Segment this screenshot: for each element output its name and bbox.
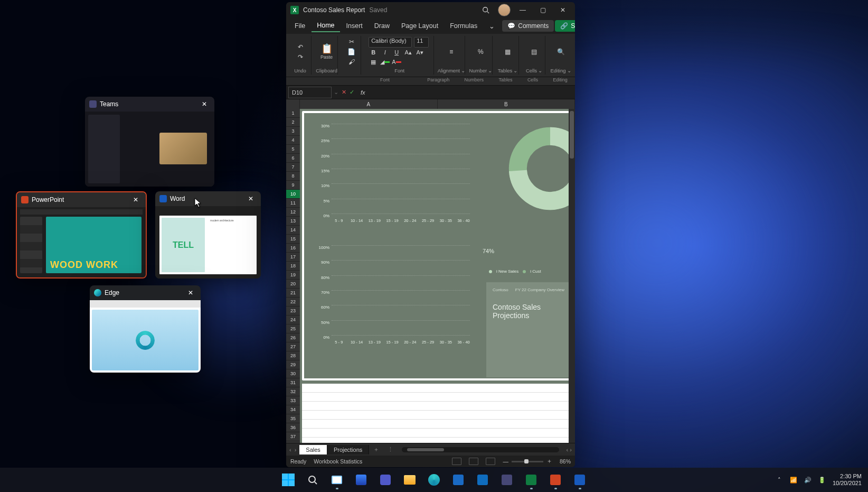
- cancel-formula-icon[interactable]: ✕: [342, 89, 346, 96]
- sheet-tab-sales[interactable]: Sales: [299, 445, 327, 454]
- name-box[interactable]: D10: [288, 87, 332, 98]
- powerpoint-button[interactable]: [545, 469, 566, 490]
- row-23[interactable]: 23: [286, 307, 300, 315]
- tab-page-layout[interactable]: Page Layout: [396, 20, 444, 32]
- outlook-button[interactable]: [472, 469, 493, 490]
- tab-draw[interactable]: Draw: [369, 20, 395, 32]
- view-pagelayout-icon[interactable]: [469, 458, 478, 465]
- view-pagebreak-icon[interactable]: [486, 458, 495, 465]
- tab-file[interactable]: File: [289, 20, 310, 32]
- tab-more-icon[interactable]: ⌄: [484, 20, 500, 32]
- user-avatar[interactable]: [498, 4, 511, 16]
- edge-button[interactable]: [423, 469, 445, 490]
- row-28[interactable]: 28: [286, 351, 300, 360]
- row-3[interactable]: 3: [286, 127, 300, 136]
- accept-formula-icon[interactable]: ✓: [350, 89, 354, 96]
- row-2[interactable]: 2: [286, 118, 300, 127]
- volume-icon[interactable]: 🔊: [804, 476, 812, 484]
- horizontal-scrollbar[interactable]: [402, 447, 559, 452]
- row-34[interactable]: 34: [286, 405, 300, 414]
- row-14[interactable]: 14: [286, 226, 300, 235]
- word-button[interactable]: [569, 469, 590, 490]
- row-31[interactable]: 31: [286, 378, 300, 387]
- row-26[interactable]: 26: [286, 333, 300, 342]
- row-33[interactable]: 33: [286, 396, 300, 405]
- undo-icon[interactable]: ↶: [296, 43, 305, 51]
- close-icon[interactable]: ✕: [245, 193, 257, 205]
- row-20[interactable]: 20: [286, 280, 300, 289]
- copy-icon[interactable]: 📄: [347, 48, 356, 56]
- font-grow-icon[interactable]: A▴: [403, 48, 413, 57]
- font-color-icon[interactable]: A: [392, 57, 401, 67]
- sheet-menu-icon[interactable]: ⋮: [383, 446, 398, 453]
- sheet-canvas[interactable]: 30%25%20%15%10%5%0%5 - 910 - 1413 - 1915…: [300, 109, 575, 443]
- font-shrink-icon[interactable]: A▾: [415, 48, 424, 57]
- close-icon[interactable]: ✕: [185, 287, 196, 299]
- taskview-thumb-edge[interactable]: Edge ✕: [90, 285, 201, 373]
- row-19[interactable]: 19: [286, 271, 300, 280]
- row-37[interactable]: 37: [286, 432, 300, 441]
- close-icon[interactable]: ✕: [130, 194, 141, 206]
- underline-button[interactable]: U: [392, 48, 401, 57]
- wifi-icon[interactable]: 📶: [790, 476, 798, 484]
- prev-sheet-icon[interactable]: ‹: [289, 447, 291, 453]
- align-icon[interactable]: ≡: [447, 48, 456, 56]
- taskview-thumb-teams[interactable]: Teams ✕: [85, 97, 214, 187]
- zoom-level[interactable]: 86%: [560, 458, 571, 465]
- taskview-thumb-word[interactable]: Word ✕ TELL modern architecture: [155, 191, 261, 279]
- row-15[interactable]: 15: [286, 235, 300, 244]
- format-painter-icon[interactable]: 🖌: [347, 58, 356, 66]
- row-27[interactable]: 27: [286, 342, 300, 351]
- row-9[interactable]: 9: [286, 181, 300, 190]
- row-13[interactable]: 13: [286, 217, 300, 226]
- row-6[interactable]: 6: [286, 154, 300, 163]
- percent-icon[interactable]: %: [476, 48, 485, 56]
- tab-formulas[interactable]: Formulas: [445, 20, 483, 32]
- row-21[interactable]: 21: [286, 289, 300, 298]
- zoom-control[interactable]: ― ＋: [503, 458, 552, 465]
- col-A[interactable]: A: [300, 99, 438, 109]
- explorer-button[interactable]: [399, 469, 420, 490]
- row-29[interactable]: 29: [286, 360, 300, 369]
- row-35[interactable]: 35: [286, 414, 300, 423]
- row-16[interactable]: 16: [286, 244, 300, 253]
- select-all-corner[interactable]: [286, 99, 300, 109]
- minimize-button[interactable]: ―: [515, 4, 531, 16]
- chat-button[interactable]: [375, 469, 396, 490]
- fx-icon[interactable]: fx: [357, 89, 369, 96]
- row-32[interactable]: 32: [286, 387, 300, 396]
- next-sheet-icon[interactable]: ›: [295, 447, 297, 453]
- close-icon[interactable]: ✕: [199, 98, 210, 110]
- view-normal-icon[interactable]: [452, 458, 461, 465]
- close-button[interactable]: ✕: [555, 4, 571, 16]
- search-button[interactable]: [302, 469, 323, 490]
- comments-button[interactable]: 💬 Comments: [502, 20, 554, 32]
- row-17[interactable]: 17: [286, 253, 300, 262]
- border-icon[interactable]: ▦: [369, 57, 378, 67]
- cut-icon[interactable]: ✂: [347, 38, 356, 46]
- row-18[interactable]: 18: [286, 262, 300, 271]
- find-icon[interactable]: 🔍: [556, 48, 565, 56]
- row-5[interactable]: 5: [286, 145, 300, 154]
- cells-icon[interactable]: ▤: [530, 48, 539, 56]
- row-30[interactable]: 30: [286, 369, 300, 378]
- row-7[interactable]: 7: [286, 163, 300, 172]
- row-1[interactable]: 1: [286, 109, 300, 118]
- chevron-up-icon[interactable]: ˄: [776, 476, 784, 484]
- paste-icon[interactable]: 📋: [323, 44, 331, 53]
- italic-button[interactable]: I: [380, 48, 390, 57]
- widgets-button[interactable]: [351, 469, 372, 490]
- maximize-button[interactable]: ▢: [535, 4, 551, 16]
- col-B[interactable]: B: [438, 99, 575, 109]
- taskview-button[interactable]: [326, 469, 347, 490]
- bold-button[interactable]: B: [369, 48, 378, 57]
- add-sheet-icon[interactable]: ＋: [369, 445, 383, 453]
- redo-icon[interactable]: ↷: [296, 53, 305, 61]
- battery-icon[interactable]: 🔋: [818, 476, 826, 484]
- teams-button[interactable]: [496, 469, 517, 490]
- tab-insert[interactable]: Insert: [341, 20, 368, 32]
- row-10[interactable]: 10: [286, 190, 300, 199]
- search-icon[interactable]: [478, 4, 494, 16]
- excel-button[interactable]: [521, 469, 542, 490]
- formula-input[interactable]: [369, 87, 575, 98]
